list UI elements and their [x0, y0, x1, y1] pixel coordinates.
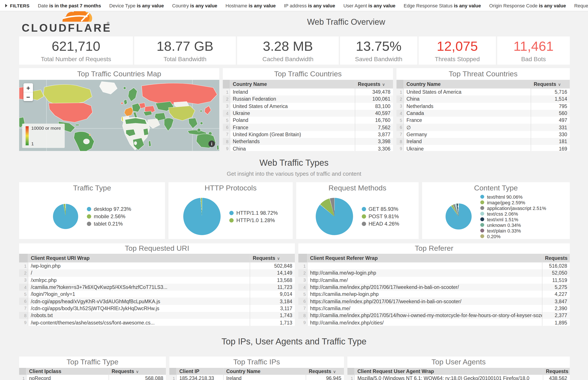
legend-item[interactable]: text/plain 0.33%	[481, 228, 546, 233]
table-cell[interactable]: 502,848	[250, 263, 295, 270]
column-header[interactable]: Client Request User Agent Wrap	[354, 368, 543, 375]
table-cell[interactable]: 497	[531, 117, 570, 124]
table-cell[interactable]: Poland	[230, 117, 355, 124]
legend-item[interactable]: unknown 0.34%	[481, 222, 546, 228]
request-methods-pie-chart[interactable]	[316, 198, 353, 235]
table-cell[interactable]: /xmlrpc.php	[28, 277, 250, 284]
column-header[interactable]: Requests∨	[355, 80, 393, 89]
table-cell[interactable]: 1,895	[542, 319, 570, 326]
sort-chevron-icon[interactable]: ∨	[382, 82, 385, 87]
table-cell[interactable]: 3,847	[542, 298, 570, 305]
filter-item[interactable]: Origin Response Code is any value	[489, 3, 566, 8]
table-cell[interactable]: 795	[531, 103, 570, 110]
table-cell[interactable]: 2,390	[542, 305, 570, 312]
table-cell[interactable]: France	[230, 124, 355, 131]
table-cell[interactable]: 181	[531, 138, 570, 145]
legend-item[interactable]: HTTP/1.1 98.72%	[229, 210, 278, 216]
filter-item[interactable]: Device Type is any value	[109, 3, 164, 8]
kpi-value[interactable]: 11,461	[513, 38, 553, 54]
filter-item[interactable]: Edge Response Status is any value	[404, 3, 481, 8]
legend-item[interactable]: image/jpeg 2.59%	[481, 200, 546, 205]
table-cell[interactable]: /	[28, 270, 250, 277]
table-cell[interactable]: 3,117	[250, 305, 295, 312]
sort-chevron-icon[interactable]: ∨	[277, 256, 280, 261]
table-cell[interactable]: 3,398	[355, 138, 393, 145]
http-protocols-pie-chart[interactable]	[183, 198, 221, 235]
table-cell[interactable]: http://camilia.me/wp-login.php	[307, 270, 542, 277]
kpi-value[interactable]: 3.28 MB	[263, 38, 313, 54]
legend-item[interactable]: POST 9.81%	[362, 213, 399, 220]
legend-item[interactable]: mobile 2.56%	[87, 213, 131, 220]
table-cell[interactable]: United Kingdom (Great Britain)	[230, 131, 355, 138]
table-cell[interactable]: https://camilia.me/	[307, 305, 542, 312]
table-cell[interactable]: Netherlands	[404, 103, 531, 110]
filter-item[interactable]: Hostname is any value	[226, 3, 276, 8]
table-cell[interactable]: 7,562	[355, 124, 393, 131]
sort-chevron-icon[interactable]: ∨	[136, 369, 139, 374]
table-cell[interactable]: 330	[531, 131, 570, 138]
table-cell[interactable]: Ireland	[230, 89, 355, 96]
table-cell[interactable]: 438,562	[543, 375, 570, 380]
sort-chevron-icon[interactable]: ∨	[558, 82, 561, 87]
table-cell[interactable]: http://camilia.me/index.php/2017/05/14/h…	[307, 312, 542, 319]
table-cell[interactable]: Ireland	[223, 375, 306, 380]
table-cell[interactable]: noRecord	[26, 375, 109, 380]
filter-item[interactable]: Request URI is any value	[574, 3, 588, 8]
legend-item[interactable]: application/javascript 2.51%	[481, 205, 546, 211]
table-cell[interactable]: http://camilia.me/	[307, 277, 542, 284]
table-cell[interactable]	[307, 263, 542, 270]
filters-toggle-button[interactable]: FILTERS	[5, 3, 30, 8]
table-cell[interactable]: 11,723	[250, 284, 295, 291]
column-header[interactable]: Requests∨	[109, 368, 166, 375]
filter-item[interactable]: Country is any value	[172, 3, 217, 8]
sort-chevron-icon[interactable]: ∨	[569, 256, 570, 261]
column-header[interactable]: Requests∨	[543, 368, 570, 375]
column-header[interactable]: Country Name	[404, 80, 531, 89]
kpi-value[interactable]: 12,075	[437, 38, 478, 54]
table-cell[interactable]: /robots.txt	[28, 312, 250, 319]
table-cell[interactable]: France	[404, 117, 531, 124]
column-header[interactable]: Requests∨	[531, 80, 570, 89]
table-cell[interactable]: United States of America	[230, 103, 355, 110]
legend-item[interactable]: text/css 2.06%	[481, 211, 546, 216]
table-cell[interactable]: Ukraine	[230, 110, 355, 117]
table-cell[interactable]: 3,306	[355, 145, 393, 151]
table-cell[interactable]: https://camilia.me/wp-login.php	[307, 291, 542, 298]
table-cell[interactable]: 14,149	[250, 270, 295, 277]
table-cell[interactable]: 1,743	[250, 312, 295, 319]
column-header[interactable]: Country Name	[230, 80, 355, 89]
table-cell[interactable]: /cdn-cgi/apps/head/xVgyKhR-vV3dAUGhMqfBc…	[28, 298, 250, 305]
table-cell[interactable]: 5,716	[531, 89, 570, 96]
table-cell[interactable]: 331	[531, 124, 570, 131]
table-cell[interactable]: China	[230, 145, 355, 151]
table-cell[interactable]: 4,227	[542, 291, 570, 298]
table-cell[interactable]: ∅	[404, 124, 531, 131]
legend-item[interactable]: 0.20%	[481, 234, 546, 239]
table-cell[interactable]: 96,945	[306, 375, 344, 380]
content-type-pie-chart[interactable]	[446, 203, 472, 229]
table-cell[interactable]: Canada	[404, 110, 531, 117]
column-header[interactable]: Requests∨	[250, 254, 295, 263]
table-cell[interactable]: 13,568	[250, 277, 295, 284]
kpi-value[interactable]: 18.77 GB	[157, 38, 213, 54]
table-cell[interactable]: 568,088	[109, 375, 166, 380]
table-cell[interactable]: /wp-content/themes/ashe/assets/css/font-…	[28, 319, 250, 326]
table-cell[interactable]: 185.234.218.33	[176, 375, 223, 380]
table-cell[interactable]: Russian Federation	[230, 96, 355, 103]
zoom-out-button[interactable]: −	[23, 92, 33, 101]
table-cell[interactable]: http://camilia.me/index.php/cities/	[307, 319, 542, 326]
legend-item[interactable]: desktop 97.23%	[87, 206, 131, 212]
legend-item[interactable]: text/html 90.06%	[481, 194, 546, 199]
kpi-value[interactable]: 621,710	[52, 38, 100, 54]
column-header[interactable]: Client IP	[176, 368, 223, 375]
table-cell[interactable]: 16,760	[355, 117, 393, 124]
table-cell[interactable]: Ireland	[404, 138, 531, 145]
table-cell[interactable]: /camilia.me?token=s3+7k6XQvKwzp5/4XSs4rh…	[28, 284, 250, 291]
column-header[interactable]: Client Request Referer Wrap	[307, 254, 542, 263]
table-cell[interactable]: 516,028	[542, 263, 570, 270]
column-header[interactable]: Country Name	[223, 368, 306, 375]
table-cell[interactable]: China	[404, 96, 531, 103]
table-cell[interactable]: Ukraine	[404, 145, 531, 151]
kpi-value[interactable]: 13.75%	[356, 38, 402, 54]
table-cell[interactable]: 169	[531, 145, 570, 151]
